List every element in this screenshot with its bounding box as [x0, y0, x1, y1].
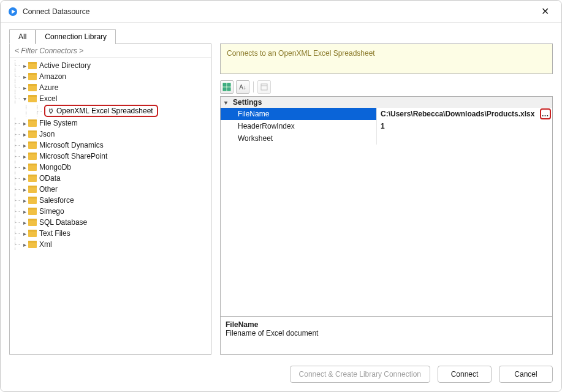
property-row[interactable]: HeaderRowIndex1 [221, 120, 552, 132]
folder-icon [28, 164, 37, 171]
window-title: Connect Datasource [23, 7, 536, 16]
filter-connectors-input[interactable] [10, 44, 211, 58]
chevron-right-icon[interactable]: ▸ [21, 241, 28, 248]
description-banner: Connects to an OpenXML Excel Spreadsheet [220, 43, 553, 74]
tree-guide [10, 162, 21, 173]
cancel-button[interactable]: Cancel [499, 366, 553, 383]
tab-connection-library[interactable]: Connection Library [36, 29, 116, 44]
property-grid: ▾ Settings FileNameC:\Users\Rebecca\Down… [220, 96, 553, 355]
tree-node[interactable]: ▸Xml [10, 239, 211, 250]
tree-node[interactable]: ▸File System [10, 118, 211, 129]
tree-node[interactable]: ▸Azure [10, 82, 211, 93]
tree-node[interactable]: ▸Microsoft SharePoint [10, 151, 211, 162]
chevron-right-icon[interactable]: ▸ [21, 197, 28, 204]
tree-guide [10, 173, 21, 184]
chevron-right-icon[interactable]: ▸ [21, 164, 28, 171]
app-play-icon [8, 7, 18, 17]
svg-rect-5 [261, 84, 267, 90]
folder-icon [28, 62, 37, 69]
property-description-pane: FileName Filename of Excel document [221, 316, 552, 354]
tree-node-label: Xml [39, 240, 52, 249]
toolbar-categorized-button[interactable] [220, 80, 234, 94]
tree-node-label: Json [39, 130, 55, 138]
browse-button[interactable]: … [540, 108, 551, 119]
tree-guide [10, 184, 21, 195]
chevron-down-icon[interactable]: ▾ [21, 96, 28, 102]
property-toolbar: A↓ [220, 79, 553, 95]
folder-icon [28, 153, 37, 160]
folder-icon [28, 130, 37, 138]
connector-item-label: OpenXML Excel Spreadsheet [56, 107, 153, 115]
tree-node[interactable]: ▸Json [10, 129, 211, 140]
connect-create-library-button: Connect & Create Library Connection [290, 366, 430, 383]
tree-node-label: Excel [39, 94, 57, 103]
property-name: Worksheet [221, 132, 377, 145]
tree-node[interactable]: ▸Salesforce [10, 195, 211, 206]
chevron-right-icon[interactable]: ▸ [21, 85, 28, 91]
chevron-right-icon[interactable]: ▸ [21, 142, 28, 149]
tree-guide [10, 60, 21, 71]
chevron-right-icon[interactable]: ▸ [21, 230, 28, 237]
chevron-right-icon[interactable]: ▸ [21, 74, 28, 80]
chevron-right-icon[interactable]: ▸ [21, 175, 28, 182]
folder-icon [28, 141, 37, 149]
chevron-right-icon[interactable]: ▸ [21, 120, 28, 127]
tree-node-label: File System [39, 119, 78, 127]
tree-guide [10, 118, 21, 129]
tree-guide [10, 217, 21, 228]
tree-node-label: Amazon [39, 72, 66, 81]
property-value[interactable]: C:\Users\Rebecca\Downloads\Products.xlsx… [377, 108, 552, 120]
close-button[interactable]: ✕ [536, 3, 554, 20]
toolbar-separator [253, 81, 254, 92]
tree-node[interactable]: ▸MongoDb [10, 162, 211, 173]
tree-node-label: MongoDb [39, 163, 71, 172]
folder-icon [28, 241, 37, 248]
tree-child-node[interactable]: OpenXML Excel Spreadsheet [10, 104, 211, 118]
tab-all[interactable]: All [9, 29, 36, 44]
tree-node[interactable]: ▸Active Directory [10, 60, 211, 71]
folder-icon [28, 119, 37, 127]
chevron-right-icon[interactable]: ▸ [21, 62, 28, 69]
folder-icon [28, 95, 37, 102]
chevron-right-icon[interactable]: ▸ [21, 131, 28, 138]
tree-node[interactable]: ▸Simego [10, 206, 211, 217]
tree-guide [10, 82, 21, 93]
chevron-right-icon[interactable]: ▸ [21, 153, 28, 160]
tree-node[interactable]: ▸Amazon [10, 71, 211, 82]
connector-selected-highlight: OpenXML Excel Spreadsheet [44, 105, 158, 117]
tree-node[interactable]: ▸Other [10, 184, 211, 195]
dialog-body: All Connection Library ▸Active Directory… [1, 23, 561, 391]
property-row[interactable]: FileNameC:\Users\Rebecca\Downloads\Produ… [221, 108, 552, 120]
tree-node[interactable]: ▾Excel [10, 93, 211, 104]
chevron-right-icon[interactable]: ▸ [21, 208, 28, 215]
connect-button[interactable]: Connect [438, 366, 492, 383]
property-pages-icon [260, 83, 268, 91]
property-row[interactable]: Worksheet [221, 132, 552, 145]
toolbar-property-pages-button [257, 80, 271, 94]
folder-icon [28, 73, 37, 80]
tab-strip: All Connection Library [9, 29, 553, 43]
toolbar-alphabetical-button[interactable]: A↓ [236, 80, 249, 94]
chevron-right-icon[interactable]: ▸ [21, 186, 28, 193]
connector-tree[interactable]: ▸Active Directory▸Amazon▸Azure▾ExcelOpen… [10, 58, 211, 354]
folder-icon [28, 186, 37, 193]
tree-node-label: Active Directory [39, 61, 91, 70]
property-value[interactable]: 1 [377, 120, 552, 132]
tree-guide [10, 93, 21, 104]
property-category-row[interactable]: ▾ Settings [221, 97, 552, 108]
tree-node-label: Microsoft SharePoint [39, 152, 107, 160]
tree-guide [10, 206, 21, 217]
svg-rect-4 [227, 88, 230, 91]
tree-node-label: Other [39, 185, 58, 194]
right-panel: Connects to an OpenXML Excel Spreadsheet… [220, 43, 553, 355]
tree-node[interactable]: ▸SQL Database [10, 217, 211, 228]
tree-node[interactable]: ▸OData [10, 173, 211, 184]
chevron-right-icon[interactable]: ▸ [21, 219, 28, 226]
folder-icon [28, 84, 37, 91]
panels-row: ▸Active Directory▸Amazon▸Azure▾ExcelOpen… [9, 43, 553, 355]
tree-node[interactable]: ▸Microsoft Dynamics [10, 140, 211, 151]
tree-node[interactable]: ▸Text Files [10, 228, 211, 239]
property-value[interactable] [377, 132, 552, 145]
tree-guide [10, 105, 21, 116]
tree-guide [10, 151, 21, 162]
